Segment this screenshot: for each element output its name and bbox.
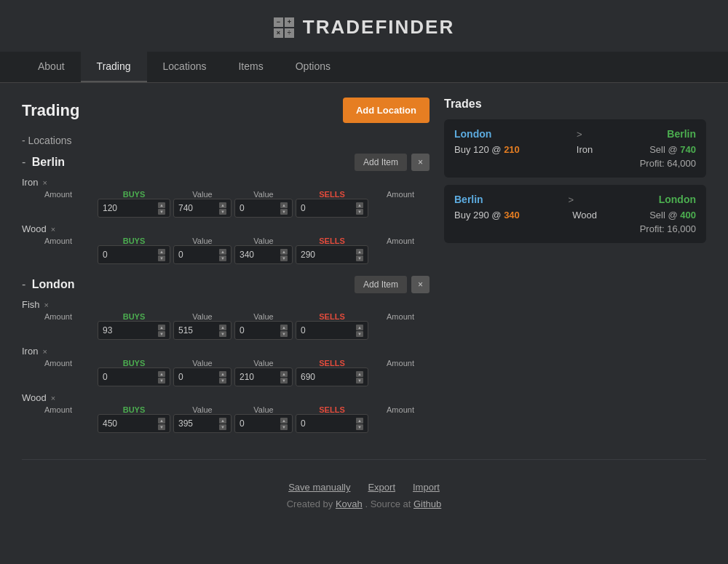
spin-group: ▲ ▼ (356, 371, 363, 384)
add-location-button[interactable]: Add Location (343, 98, 430, 123)
london-iron-remove[interactable]: × (42, 347, 47, 356)
spin-up[interactable]: ▲ (158, 249, 165, 255)
spin-down[interactable]: ▼ (158, 424, 165, 430)
tab-about[interactable]: About (22, 52, 81, 82)
spin-down[interactable]: ▼ (158, 255, 165, 261)
tab-options[interactable]: Options (280, 52, 347, 82)
spin-up[interactable]: ▲ (219, 418, 226, 424)
london-close-button[interactable]: × (411, 276, 430, 293)
trade-from-2: Berlin (454, 194, 483, 205)
london-wood-sells-value[interactable]: 0 ▲ ▼ (234, 414, 293, 433)
london-add-item-button[interactable]: Add Item (355, 276, 407, 293)
spin-down[interactable]: ▼ (219, 209, 226, 215)
berlin-iron-remove[interactable]: × (42, 178, 47, 187)
spin-up[interactable]: ▲ (219, 249, 226, 255)
spin-up[interactable]: ▲ (158, 418, 165, 424)
berlin-iron-sells-amount-input[interactable]: 0 ▲ ▼ (296, 199, 368, 218)
spin-up[interactable]: ▲ (280, 202, 288, 208)
spin-up[interactable]: ▲ (280, 371, 288, 377)
spin-down[interactable]: ▼ (356, 209, 363, 215)
spin-up[interactable]: ▲ (356, 418, 363, 424)
col-sells: SELLS (296, 405, 368, 414)
col-val2: Value (234, 237, 293, 245)
berlin-wood-sells-value[interactable]: 340 ▲ ▼ (234, 245, 293, 264)
spin-up[interactable]: ▲ (356, 371, 363, 377)
spin-down[interactable]: ▼ (280, 331, 288, 337)
export-button[interactable]: Export (368, 482, 395, 493)
tab-trading[interactable]: Trading (81, 52, 147, 82)
london-iron-sells-amount[interactable]: 690 ▲ ▼ (296, 368, 368, 386)
spin-down[interactable]: ▼ (219, 255, 226, 261)
berlin-wood-buys-value[interactable]: 0 ▲ ▼ (173, 245, 232, 264)
spin-down[interactable]: ▼ (280, 378, 288, 384)
london-fish-sells-value[interactable]: 0 ▲ ▼ (234, 321, 293, 340)
spin-up[interactable]: ▲ (280, 249, 288, 255)
berlin-wood-remove[interactable]: × (51, 225, 55, 234)
berlin-iron-name: Iron (22, 177, 38, 188)
spin-up[interactable]: ▲ (356, 202, 363, 208)
london-fish-buys-value[interactable]: 515 ▲ ▼ (173, 321, 232, 340)
london-wood-buys-value[interactable]: 395 ▲ ▼ (173, 414, 232, 433)
london-wood-sells-amount[interactable]: 0 ▲ ▼ (296, 414, 368, 433)
london-fish-remove[interactable]: × (44, 301, 49, 309)
london-iron-buys-amount[interactable]: 0 ▲ ▼ (98, 368, 170, 386)
trade-from-1: London (454, 128, 491, 140)
trade-buy-text-2: Buy 290 @ 340 (454, 210, 520, 221)
berlin-iron-label: Iron × (22, 177, 430, 188)
tab-items[interactable]: Items (222, 52, 279, 82)
berlin-wood-buys-amount[interactable]: 0 ▲ ▼ (98, 245, 170, 264)
spin-up[interactable]: ▲ (158, 371, 165, 377)
spin-down[interactable]: ▼ (356, 255, 363, 261)
trades-title: Trades (444, 98, 706, 111)
spin-up[interactable]: ▲ (219, 371, 226, 377)
spin-group: ▲ ▼ (219, 249, 226, 261)
berlin-close-button[interactable]: × (411, 154, 430, 171)
berlin-iron-row: Iron × Amount BUYS Value Value SELLS Amo… (22, 177, 430, 218)
trade-buy-text-1: Buy 120 @ 210 (454, 144, 520, 155)
london-wood-remove[interactable]: × (51, 394, 55, 402)
spin-up[interactable]: ▲ (356, 325, 363, 330)
spin-down[interactable]: ▼ (356, 331, 363, 337)
london-fish-sells-amount[interactable]: 0 ▲ ▼ (296, 321, 368, 340)
london-iron-sells-value[interactable]: 210 ▲ ▼ (234, 368, 293, 386)
berlin-name: - Berlin (22, 156, 65, 169)
location-berlin: - Berlin Add Item × Iron × Amount BUYS V… (22, 154, 430, 264)
berlin-wood-values: 0 ▲ ▼ 0 ▲ ▼ 340 (22, 245, 430, 264)
spin-up[interactable]: ▲ (158, 202, 165, 208)
spin-down[interactable]: ▼ (219, 378, 226, 384)
github-link[interactable]: Github (414, 499, 441, 509)
berlin-iron-buys-amount-input[interactable]: 120 ▲ ▼ (98, 199, 170, 218)
berlin-wood-sells-amount[interactable]: 290 ▲ ▼ (296, 245, 368, 264)
spin-group: ▲ ▼ (219, 325, 226, 337)
spin-down[interactable]: ▼ (356, 378, 363, 384)
spin-down[interactable]: ▼ (280, 424, 288, 430)
save-manually-button[interactable]: Save manually (288, 482, 350, 493)
london-fish-buys-amount[interactable]: 93 ▲ ▼ (98, 321, 170, 340)
col-amount2: Amount (371, 359, 430, 368)
spin-up[interactable]: ▲ (219, 202, 226, 208)
spin-down[interactable]: ▼ (280, 255, 288, 261)
trade-arrow-2: > (568, 194, 574, 205)
spin-down[interactable]: ▼ (219, 424, 226, 430)
author-link[interactable]: Kovah (336, 499, 363, 509)
spin-down[interactable]: ▼ (158, 378, 165, 384)
spin-down[interactable]: ▼ (158, 209, 165, 215)
tab-locations[interactable]: Locations (147, 52, 223, 82)
spin-up[interactable]: ▲ (356, 249, 363, 255)
london-wood-buys-amount[interactable]: 450 ▲ ▼ (98, 414, 170, 433)
berlin-add-item-button[interactable]: Add Item (355, 154, 407, 171)
spin-down[interactable]: ▼ (280, 209, 288, 215)
spin-down[interactable]: ▼ (219, 331, 226, 337)
spin-down[interactable]: ▼ (158, 331, 165, 337)
berlin-iron-bv-spin: ▲ ▼ (219, 202, 226, 215)
spin-up[interactable]: ▲ (280, 325, 288, 330)
spin-up[interactable]: ▲ (219, 325, 226, 330)
spin-up[interactable]: ▲ (158, 325, 165, 330)
spin-up[interactable]: ▲ (280, 418, 288, 424)
import-button[interactable]: Import (413, 482, 440, 493)
berlin-iron-buys-value-input[interactable]: 740 ▲ ▼ (173, 199, 232, 218)
london-iron-buys-value[interactable]: 0 ▲ ▼ (173, 368, 232, 386)
spin-down[interactable]: ▼ (356, 424, 363, 430)
london-header: - London Add Item × (22, 276, 430, 293)
berlin-iron-sells-value-input[interactable]: 0 ▲ ▼ (234, 199, 293, 218)
